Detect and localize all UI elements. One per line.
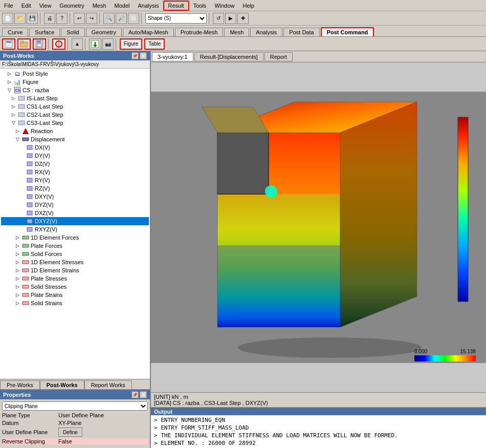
toolbar-new[interactable]: 📄 xyxy=(2,13,13,24)
toolbar-zoom-out[interactable]: 🔎 xyxy=(116,13,127,24)
shape-combo[interactable]: Shape (S) xyxy=(145,13,207,24)
tree-dy[interactable]: DY(V) xyxy=(1,152,149,160)
tree-cs1-last-step[interactable]: ▷ CS1-Last Step xyxy=(1,102,149,111)
tree-solid-forces[interactable]: ▷ Solid Forces xyxy=(1,250,149,258)
tree-plate-forces[interactable]: ▷ Plate Forces xyxy=(1,242,149,250)
toolbar-select[interactable]: ▶ xyxy=(225,13,236,24)
tree-dxz[interactable]: DXZ(V) xyxy=(1,209,149,217)
tree-dxy[interactable]: DXY(V) xyxy=(1,193,149,201)
tree-dz[interactable]: DZ(V) xyxy=(1,160,149,168)
tree-reaction[interactable]: ▷ Reaction xyxy=(1,127,149,135)
panel-pin-icon[interactable]: 📌 xyxy=(131,52,139,59)
properties-close-icon[interactable]: ✕ xyxy=(140,391,147,398)
toolbar-save[interactable]: 💾 xyxy=(27,13,38,24)
tree-plate-stresses[interactable]: ▷ Plate Stresses xyxy=(1,274,149,283)
expand-plate-strains[interactable]: ▷ xyxy=(13,292,21,297)
post-btn-export[interactable] xyxy=(89,38,101,50)
post-btn-camera[interactable]: 📷 xyxy=(102,38,114,50)
expand-reaction[interactable]: ▷ xyxy=(13,129,21,134)
tab-report-works[interactable]: Report Works xyxy=(84,380,132,389)
tree-is-last-step[interactable]: ▷ IS-Last Step xyxy=(1,94,149,102)
tree-dyz[interactable]: DYZ(V) xyxy=(1,201,149,209)
menu-window[interactable]: Window xyxy=(210,2,238,10)
tree-dxyz[interactable]: DXYZ(V) xyxy=(1,217,149,225)
tab-mesh[interactable]: Mesh xyxy=(224,28,249,36)
expand-plate-stresses[interactable]: ▷ xyxy=(13,276,21,281)
viewport[interactable]: 0.000 15.138 xyxy=(151,62,486,392)
tab-post-command[interactable]: Post Command xyxy=(321,27,374,36)
tree-dx[interactable]: DX(V) xyxy=(1,143,149,152)
panel-close-icon[interactable]: ✕ xyxy=(140,52,147,59)
tree-solid-strains[interactable]: ▷ Solid Strains xyxy=(1,299,149,307)
toolbar-redo[interactable]: ↪ xyxy=(86,13,97,24)
menu-tools[interactable]: Tools xyxy=(189,2,211,10)
menu-file[interactable]: File xyxy=(0,2,17,10)
post-btn-figure[interactable]: Figure xyxy=(120,38,142,50)
expand-displacement[interactable]: ▽ xyxy=(13,137,21,142)
toolbar-help[interactable]: ? xyxy=(56,13,68,24)
expand-plate-forces[interactable]: ▷ xyxy=(13,243,21,248)
post-btn-up[interactable]: ▲ xyxy=(72,38,83,50)
post-btn-new[interactable] xyxy=(2,38,15,50)
menu-model[interactable]: Model xyxy=(111,2,134,10)
toolbar-open[interactable]: 📂 xyxy=(14,13,26,24)
tab-pre-works[interactable]: Pre-Works xyxy=(0,380,40,389)
menu-mesh[interactable]: Mesh xyxy=(89,2,111,10)
properties-pin-icon[interactable]: 📌 xyxy=(131,391,139,398)
tab-protrude-mesh[interactable]: Protrude-Mesh xyxy=(175,28,224,36)
expand-solid-forces[interactable]: ▷ xyxy=(13,251,21,257)
expand-cs3[interactable]: ▽ xyxy=(9,120,17,125)
tree-cs2-last-step[interactable]: ▷ CS2-Last Step xyxy=(1,111,149,119)
expand-post-style[interactable]: ▷ xyxy=(5,71,13,76)
tab-solid[interactable]: Solid xyxy=(61,28,84,36)
post-btn-table[interactable]: Table xyxy=(144,38,165,50)
toolbar-snap[interactable]: ✚ xyxy=(237,13,249,24)
tree-rx[interactable]: RX(V) xyxy=(1,168,149,176)
tree-plate-strains[interactable]: ▷ Plate Strains xyxy=(1,291,149,299)
tree-1d-forces[interactable]: ▷ 1D Element Forces xyxy=(1,233,149,242)
toolbar-rotate[interactable]: ↺ xyxy=(213,13,224,24)
menu-geometry[interactable]: Geometry xyxy=(55,2,88,10)
post-btn-open[interactable] xyxy=(17,38,31,50)
expand-cs-razba[interactable]: ▽ xyxy=(5,88,13,93)
expand-1d-strains[interactable]: ▷ xyxy=(13,268,21,273)
toolbar-undo[interactable]: ↩ xyxy=(74,13,85,24)
expand-cs2[interactable]: ▷ xyxy=(9,112,17,117)
expand-solid-strains[interactable]: ▷ xyxy=(13,301,21,306)
tree-rz[interactable]: RZ(V) xyxy=(1,184,149,193)
tab-auto-map-mesh[interactable]: Auto/Map-Mesh xyxy=(123,28,174,36)
tree-solid-stresses[interactable]: ▷ Solid Stresses xyxy=(1,283,149,291)
expand-figure[interactable]: ▷ xyxy=(5,79,13,84)
tree-cs3-last-step[interactable]: ▽ CS3-Last Step xyxy=(1,119,149,127)
tab-analysis[interactable]: Analysis xyxy=(250,28,282,36)
post-btn-icon1[interactable] xyxy=(52,38,65,50)
clipping-plane-combo[interactable]: Clipping Plane xyxy=(2,401,148,411)
menu-help[interactable]: Help xyxy=(239,2,259,10)
tree-ry[interactable]: RY(V) xyxy=(1,176,149,184)
tab-curve[interactable]: Curve xyxy=(2,28,28,36)
tab-post-data[interactable]: Post Data xyxy=(283,28,319,36)
menu-view[interactable]: View xyxy=(35,2,56,10)
tree-displacement[interactable]: ▽ Displacement xyxy=(1,135,149,143)
view-tab-report[interactable]: Report xyxy=(264,52,293,61)
tree-rxyz[interactable]: RXYZ(V) xyxy=(1,225,149,233)
toolbar-print[interactable]: 🖨 xyxy=(44,13,55,24)
tree-figure[interactable]: ▷ 📊 Figure xyxy=(1,78,149,86)
menu-result[interactable]: Result xyxy=(163,1,189,11)
tree-1d-strains[interactable]: ▷ 1D Element Strains xyxy=(1,266,149,274)
view-tab-3d[interactable]: 3-vyukovy:1 xyxy=(152,52,193,61)
tab-surface[interactable]: Surface xyxy=(29,28,60,36)
tree-post-style[interactable]: ▷ 🗂 Post Style xyxy=(1,70,149,78)
tree-cs-razba[interactable]: ▽ CS CS : razba xyxy=(1,86,149,94)
menu-analysis[interactable]: Analysis xyxy=(134,2,163,10)
tree-1d-stresses[interactable]: ▷ 1D Element Stresses xyxy=(1,258,149,266)
toolbar-fit[interactable]: ⬜ xyxy=(128,13,139,24)
expand-1d-forces[interactable]: ▷ xyxy=(13,235,21,240)
expand-cs1[interactable]: ▷ xyxy=(9,104,17,109)
toolbar-zoom-in[interactable]: 🔍 xyxy=(103,13,115,24)
view-tab-result[interactable]: Result-[Displacements] xyxy=(194,52,263,61)
expand-is[interactable]: ▷ xyxy=(9,96,17,101)
define-button[interactable]: Define xyxy=(58,428,82,437)
tab-geometry[interactable]: Geometry xyxy=(86,28,122,36)
expand-1d-stresses[interactable]: ▷ xyxy=(13,260,21,265)
